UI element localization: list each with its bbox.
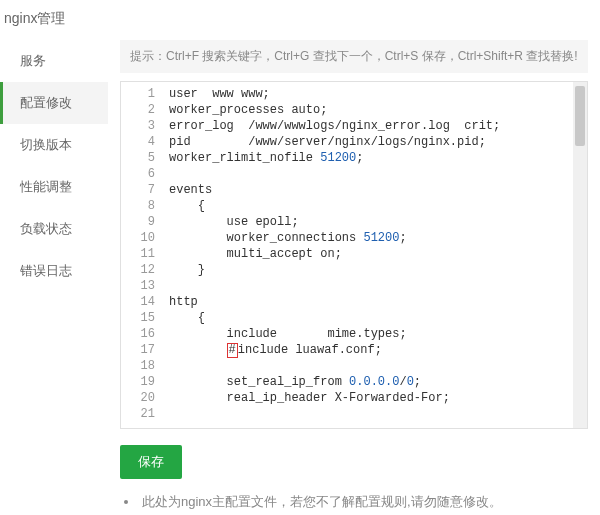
page-title: nginx管理 bbox=[0, 0, 600, 40]
highlight-marker: # bbox=[227, 343, 238, 358]
line-gutter: 123456789101112131415161718192021 bbox=[121, 82, 163, 428]
sidebar-item-label: 负载状态 bbox=[20, 221, 72, 236]
code-area[interactable]: user www www;worker_processes auto;error… bbox=[163, 82, 587, 428]
scrollbar-thumb[interactable] bbox=[575, 86, 585, 146]
code-editor[interactable]: 123456789101112131415161718192021 user w… bbox=[120, 81, 588, 429]
sidebar-item-label: 错误日志 bbox=[20, 263, 72, 278]
sidebar-item-label: 切换版本 bbox=[20, 137, 72, 152]
config-warning-note: 此处为nginx主配置文件，若您不了解配置规则,请勿随意修改。 bbox=[120, 487, 588, 511]
vertical-scrollbar[interactable] bbox=[573, 82, 587, 428]
sidebar-item-version[interactable]: 切换版本 bbox=[0, 124, 108, 166]
sidebar-item-config[interactable]: 配置修改 bbox=[0, 82, 108, 124]
sidebar-item-label: 服务 bbox=[20, 53, 46, 68]
tip-bar: 提示：Ctrl+F 搜索关键字，Ctrl+G 查找下一个，Ctrl+S 保存，C… bbox=[120, 40, 588, 73]
save-button[interactable]: 保存 bbox=[120, 445, 182, 479]
sidebar-item-load[interactable]: 负载状态 bbox=[0, 208, 108, 250]
sidebar-item-perf[interactable]: 性能调整 bbox=[0, 166, 108, 208]
sidebar-item-service[interactable]: 服务 bbox=[0, 40, 108, 82]
sidebar-item-label: 配置修改 bbox=[20, 95, 72, 110]
sidebar: 服务 配置修改 切换版本 性能调整 负载状态 错误日志 bbox=[0, 40, 108, 515]
sidebar-item-errorlog[interactable]: 错误日志 bbox=[0, 250, 108, 292]
sidebar-item-label: 性能调整 bbox=[20, 179, 72, 194]
